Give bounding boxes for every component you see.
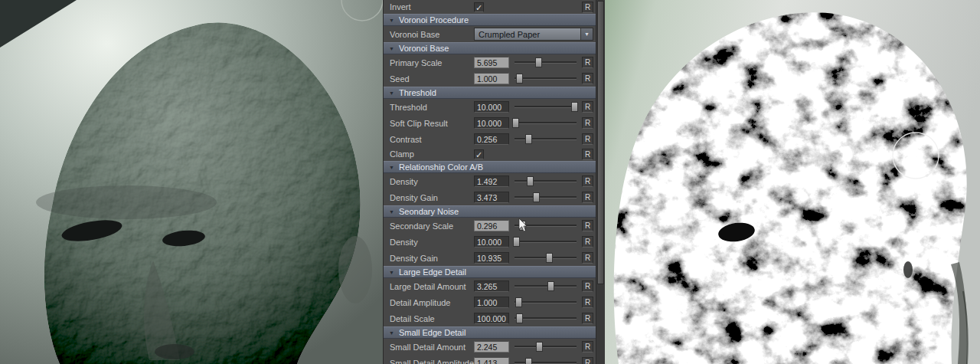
param-value-field[interactable]: 3.265	[474, 280, 509, 292]
param-slider[interactable]	[514, 297, 577, 308]
param-slider[interactable]	[514, 192, 577, 203]
slider-handle[interactable]	[536, 342, 543, 352]
section-header[interactable]: ▼Large Edge Detail	[384, 266, 596, 278]
left-viewport-canvas[interactable]	[0, 0, 383, 364]
reset-button[interactable]: R	[582, 175, 593, 187]
slider-handle[interactable]	[513, 237, 520, 247]
param-label: Density	[390, 177, 474, 186]
param-value-field[interactable]: 10.935	[474, 252, 509, 264]
section-header[interactable]: ▼Voronoi Base	[384, 42, 596, 54]
collapse-triangle-icon[interactable]: ▼	[389, 165, 394, 170]
param-label: Soft Clip Result	[390, 119, 474, 128]
brow-shadow	[36, 185, 217, 219]
param-slider[interactable]	[514, 236, 577, 248]
param-value-field[interactable]: 100.000	[474, 313, 509, 324]
reset-button[interactable]: R	[582, 252, 593, 264]
param-slider[interactable]	[514, 313, 577, 324]
slider-track	[514, 346, 577, 348]
param-slider[interactable]	[514, 73, 577, 84]
panel-scrollbar[interactable]	[596, 0, 605, 364]
slider-handle[interactable]	[547, 281, 554, 291]
reset-button[interactable]: R	[582, 236, 593, 248]
collapse-triangle-icon[interactable]: ▼	[389, 46, 394, 51]
param-slider[interactable]	[514, 117, 577, 129]
right-3d-viewport[interactable]	[605, 0, 980, 364]
section-label: Relationship Color A/B	[399, 162, 483, 172]
slider-handle[interactable]	[519, 221, 526, 231]
reset-button[interactable]: R	[582, 341, 593, 353]
slider-handle[interactable]	[512, 118, 519, 128]
collapse-triangle-icon[interactable]: ▼	[389, 270, 394, 275]
param-value-field[interactable]: 1.000	[474, 297, 509, 308]
param-value-field[interactable]: 0.296	[474, 220, 509, 231]
slider-track	[514, 241, 577, 243]
checkbox[interactable]: ✓	[474, 2, 484, 12]
collapse-triangle-icon[interactable]: ▼	[389, 90, 394, 96]
param-slider[interactable]	[514, 175, 577, 187]
section-header[interactable]: ▼Threshold	[384, 87, 596, 99]
param-slider[interactable]	[514, 280, 577, 292]
param-value-field[interactable]: 10.000	[474, 236, 509, 248]
reset-button[interactable]: R	[582, 220, 593, 231]
param-value-field[interactable]: 0.256	[474, 133, 509, 145]
application-window: Invert✓R▼Voronoi ProcedureVoronoi BaseCr…	[0, 0, 980, 364]
slider-handle[interactable]	[516, 313, 523, 323]
param-slider[interactable]	[514, 252, 577, 264]
reset-button[interactable]: R	[582, 57, 593, 68]
param-slider[interactable]	[514, 220, 577, 231]
param-value-field[interactable]: 1.492	[474, 175, 509, 187]
dropdown-arrow-icon[interactable]: ▼	[580, 28, 593, 40]
slider-handle[interactable]	[527, 176, 534, 186]
reset-button[interactable]: R	[582, 133, 593, 145]
param-value-field[interactable]: 5.695	[474, 57, 509, 68]
collapse-triangle-icon[interactable]: ▼	[389, 18, 394, 23]
scrollbar-thumb[interactable]	[597, 1, 604, 284]
param-value-field[interactable]: 10.000	[474, 101, 509, 113]
param-slider[interactable]	[514, 57, 577, 68]
slider-handle[interactable]	[535, 57, 542, 67]
param-value-field[interactable]: 1.000	[474, 73, 509, 84]
reset-button[interactable]: R	[582, 2, 593, 13]
nostril-shadow	[155, 344, 194, 359]
slider-handle[interactable]	[516, 74, 523, 84]
reset-button[interactable]: R	[582, 280, 593, 292]
slider-track	[514, 301, 577, 303]
section-header[interactable]: ▼Relationship Color A/B	[384, 161, 596, 173]
slider-track	[514, 122, 577, 124]
reset-button[interactable]: R	[582, 117, 593, 129]
reset-button[interactable]: R	[582, 73, 593, 84]
param-label: Secondary Scale	[390, 221, 474, 231]
reset-button[interactable]: R	[582, 313, 593, 324]
collapse-triangle-icon[interactable]: ▼	[389, 330, 394, 336]
reset-button[interactable]: R	[582, 357, 593, 364]
slider-handle[interactable]	[546, 253, 553, 263]
param-value-field[interactable]: 2.245	[474, 341, 509, 353]
section-header[interactable]: ▼Voronoi Procedure	[384, 14, 596, 26]
param-slider[interactable]	[514, 341, 577, 353]
param-value-field[interactable]: 1.413	[474, 357, 509, 364]
section-header[interactable]: ▼Seondary Noise	[384, 205, 596, 218]
reset-button[interactable]: R	[582, 297, 593, 308]
param-value-field[interactable]: 3.473	[474, 192, 509, 203]
right-viewport-canvas[interactable]	[605, 0, 980, 364]
reset-button[interactable]: R	[582, 149, 593, 160]
section-header[interactable]: ▼Small Edge Detail	[384, 326, 596, 339]
voronoi-base-dropdown[interactable]: Crumpled Paper▼	[474, 28, 593, 41]
slider-handle[interactable]	[525, 358, 532, 364]
slider-handle[interactable]	[515, 297, 522, 307]
param-slider[interactable]	[514, 133, 577, 145]
reset-button[interactable]: R	[582, 192, 593, 203]
left-3d-viewport[interactable]	[0, 0, 383, 364]
checkbox[interactable]: ✓	[474, 149, 484, 159]
param-row: Density Gain10.935R	[384, 250, 596, 266]
param-label: Detail Amplitude	[390, 298, 474, 307]
param-slider[interactable]	[514, 357, 577, 364]
param-slider[interactable]	[514, 101, 577, 113]
slider-handle[interactable]	[571, 102, 578, 112]
slider-handle[interactable]	[533, 192, 540, 202]
collapse-triangle-icon[interactable]: ▼	[389, 209, 394, 215]
slider-handle[interactable]	[525, 134, 532, 144]
param-value-field[interactable]: 10.000	[474, 117, 509, 129]
reset-button[interactable]: R	[582, 101, 593, 113]
params-rows: Invert✓R▼Voronoi ProcedureVoronoi BaseCr…	[384, 0, 596, 364]
